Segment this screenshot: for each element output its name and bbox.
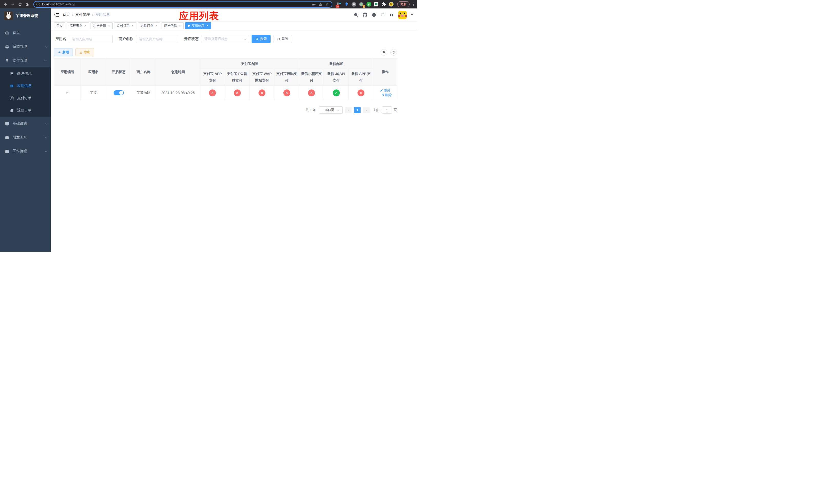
sidebar-item-payment[interactable]: ¥ 支付管理 [0, 53, 51, 67]
profile-avatar-icon[interactable] [389, 2, 394, 7]
refresh-icon[interactable] [390, 49, 397, 55]
search-button[interactable]: 搜索 [251, 35, 270, 43]
grid-table-icon [10, 84, 14, 88]
chevron-down-icon [45, 150, 47, 152]
close-icon[interactable]: ✕ [206, 24, 208, 27]
current-page-button[interactable]: 1 [354, 107, 360, 113]
delete-button[interactable]: 删除 [381, 93, 392, 97]
user-avatar[interactable] [398, 11, 407, 19]
fullscreen-icon[interactable] [380, 13, 385, 18]
app-name-input[interactable] [69, 35, 113, 43]
sidebar-item-pay-orders[interactable]: ¥ 支付订单 [0, 92, 51, 104]
collapse-sidebar-icon[interactable] [54, 12, 59, 18]
alipay-app-status-icon: ✕ [209, 90, 216, 96]
tab-pay-orders[interactable]: 支付订单✕ [114, 22, 136, 29]
tab-refund-orders[interactable]: 退款订单✕ [138, 22, 160, 29]
status-select[interactable]: 请选择开启状态 [201, 35, 249, 43]
tab-app-info[interactable]: 应用信息✕ [185, 22, 211, 29]
goto-label: 前往 [374, 108, 380, 112]
extension-y-icon[interactable]: y [366, 2, 371, 7]
edit-button[interactable]: 修改 [380, 88, 390, 93]
header-cell-actions: 操作 [373, 59, 397, 86]
extension-kite-icon[interactable] [344, 2, 349, 7]
next-page-button[interactable]: › [363, 107, 370, 113]
monitor-check-icon [5, 121, 9, 126]
breadcrumb-home[interactable]: 首页 [63, 13, 70, 17]
help-icon[interactable] [371, 13, 376, 18]
briefcase-icon [5, 149, 9, 154]
cell-name: 芋道 [81, 86, 106, 100]
sidebar-item-infra[interactable]: 基础设施 [0, 117, 51, 131]
export-button[interactable]: 导出 [75, 48, 94, 56]
password-key-icon[interactable] [311, 2, 316, 7]
site-info-icon[interactable]: i [37, 3, 40, 6]
tags-view-bar: 首页 流程表单✕ 用户分组✕ 支付订单✕ 退款订单✕ 商户信息✕ 应用信息✕ [51, 21, 417, 30]
close-icon[interactable]: ✕ [155, 24, 157, 27]
header-cell-alipay-wap: 支付宝 WAP 网站支付 [250, 69, 275, 86]
close-icon[interactable]: ✕ [108, 24, 110, 27]
sidebar-item-system[interactable]: 系统管理 [0, 40, 51, 53]
font-size-icon[interactable]: tT [389, 13, 394, 18]
reload-icon[interactable] [17, 1, 23, 7]
tab-merchant-info[interactable]: 商户信息✕ [161, 22, 184, 29]
user-menu-caret-icon[interactable] [411, 14, 413, 16]
extension-avatar-icon[interactable]: 1 [359, 2, 364, 7]
app-name-label: 应用名 [56, 37, 66, 41]
pagination: 共 1 条 10条/页 ‹ 1 › 前往 页 [54, 107, 397, 114]
close-icon[interactable]: ✕ [179, 24, 181, 27]
tab-user-group[interactable]: 用户分组✕ [90, 22, 113, 29]
toggle-search-icon[interactable] [380, 49, 387, 55]
sidebar-item-workflow[interactable]: 工作流程 [0, 144, 51, 158]
gear-icon [5, 45, 9, 49]
sidebar: 芋道管理系统 首页 系统管理 ¥ 支付管理 [0, 8, 51, 252]
back-icon[interactable] [3, 1, 9, 7]
header-cell-alipay-pc: 支付宝 PC 网站支付 [225, 69, 250, 86]
wx-app-status-icon: ✕ [357, 90, 365, 96]
bookmark-star-icon[interactable] [325, 2, 329, 7]
merchant-name-label: 商户名称 [119, 37, 133, 41]
search-icon[interactable] [353, 13, 358, 18]
url-text: localhost:1024/pay/app [42, 3, 309, 6]
header-group-alipay: 支付宝配置 [200, 59, 299, 69]
close-icon[interactable]: ✕ [84, 24, 86, 27]
home-icon[interactable] [24, 1, 30, 7]
extension-command-icon[interactable]: ⌘ [351, 2, 356, 7]
sidebar-menu: 首页 系统管理 ¥ 支付管理 商户信息 [0, 23, 51, 158]
extension-chat-icon[interactable] [374, 2, 379, 7]
extensions-puzzle-icon[interactable] [381, 2, 386, 7]
close-icon[interactable]: ✕ [131, 24, 134, 27]
forward-icon[interactable] [10, 1, 16, 7]
app-logo[interactable]: 芋道管理系统 [0, 8, 51, 23]
extension-badge: 1 [363, 5, 365, 8]
pencil-icon [380, 89, 383, 92]
sidebar-item-refund-orders[interactable]: 退款订单 [0, 104, 51, 117]
goto-page-input[interactable] [382, 107, 392, 114]
top-navbar: 首页 / 支付管理 / 应用信息 应用列表 tT [51, 8, 417, 21]
app-table: 应用编号 应用名 开启状态 商户名称 创建时间 支付宝配置 微信配置 操作 支付… [54, 59, 397, 100]
status-toggle[interactable] [114, 90, 124, 95]
header-cell-alipay-qr: 支付宝扫码支付 [275, 69, 299, 86]
address-bar[interactable]: i localhost:1024/pay/app [33, 1, 332, 8]
merchant-name-input[interactable] [136, 35, 178, 43]
breadcrumb-payment[interactable]: 支付管理 [75, 13, 90, 17]
sidebar-item-devtools[interactable]: 研发工具 [0, 131, 51, 144]
browser-menu-icon[interactable] [412, 3, 414, 6]
reset-button[interactable]: 重置 [273, 35, 292, 43]
sidebar-item-merchant-info[interactable]: 商户信息 [0, 67, 51, 80]
update-button[interactable]: 更新 [397, 1, 410, 7]
prev-page-button[interactable]: ‹ [345, 107, 352, 113]
tab-process-form[interactable]: 流程表单✕ [67, 22, 89, 29]
page-size-select[interactable]: 10条/页 [319, 107, 343, 114]
navbar-actions: tT [353, 11, 413, 19]
sidebar-item-home[interactable]: 首页 [0, 26, 51, 40]
add-button[interactable]: ＋新增 [54, 48, 73, 56]
header-cell-name: 应用名 [81, 59, 106, 86]
extension-grid-icon[interactable]: 10 [336, 2, 342, 7]
share-icon[interactable] [318, 2, 323, 7]
github-icon[interactable] [363, 13, 367, 18]
payment-submenu: 商户信息 应用信息 ¥ 支付订单 退款订单 [0, 67, 51, 117]
sidebar-item-app-info[interactable]: 应用信息 [0, 80, 51, 92]
tab-home[interactable]: 首页 [54, 22, 65, 29]
header-cell-status: 开启状态 [106, 59, 131, 86]
logo-avatar [4, 12, 13, 20]
